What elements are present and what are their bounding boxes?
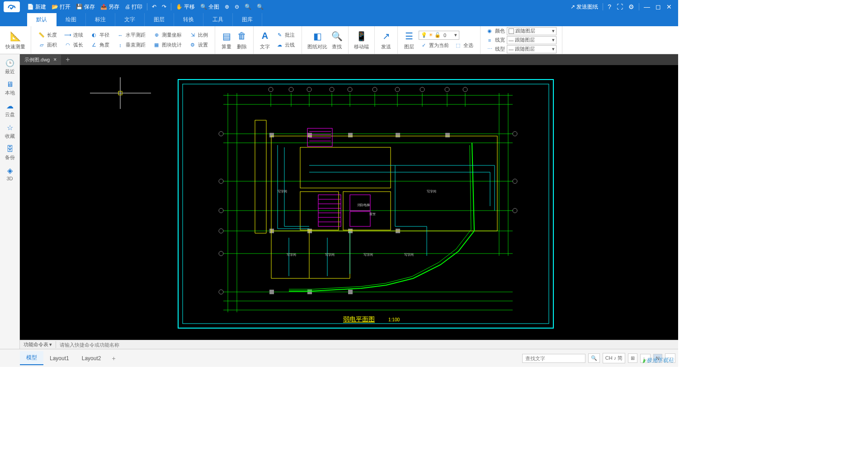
snap-toggle[interactable]: ⊞ bbox=[628, 353, 637, 363]
area-button[interactable]: ▱面积 bbox=[37, 41, 58, 49]
msettings-button[interactable]: ⚙设置 bbox=[188, 41, 209, 49]
clock-icon: 🕒 bbox=[5, 59, 14, 67]
search-go-button[interactable]: 🔍 bbox=[588, 353, 600, 363]
sidebar-cloud[interactable]: ☁云盘 bbox=[0, 99, 19, 121]
text-button[interactable]: A文字 bbox=[257, 29, 273, 51]
ortho-toggle[interactable]: ∟ bbox=[640, 354, 651, 363]
svg-point-34 bbox=[348, 87, 352, 92]
tab-text[interactable]: 文字 bbox=[115, 13, 145, 26]
maximize-button[interactable]: ◻ bbox=[653, 3, 664, 10]
length-button[interactable]: 📏长度 bbox=[37, 31, 58, 39]
backup-icon: 🗄 bbox=[6, 145, 14, 153]
setcurrent-button[interactable]: ✓置为当前 bbox=[419, 42, 450, 50]
coord-button[interactable]: ⊕测量坐标 bbox=[151, 31, 183, 39]
layout-model[interactable]: 模型 bbox=[20, 351, 43, 365]
tab-convert[interactable]: 转换 bbox=[174, 13, 203, 26]
arc-button[interactable]: ◠弧长 bbox=[63, 41, 85, 49]
calc-button[interactable]: ▤算量 bbox=[219, 29, 234, 51]
linetype-combo[interactable]: —跟随图层▾ bbox=[507, 45, 557, 53]
compare-button[interactable]: ◧图纸对比 bbox=[306, 29, 329, 51]
measure-icon: 📐 bbox=[9, 30, 21, 42]
scale-button[interactable]: ⇲比例 bbox=[188, 31, 209, 39]
tab-library[interactable]: 图库 bbox=[233, 13, 262, 26]
layer-button[interactable]: ☰图层 bbox=[401, 29, 417, 51]
file-tab[interactable]: 示例图.dwg× bbox=[20, 55, 61, 65]
undo-button[interactable]: ↶ bbox=[149, 4, 159, 10]
pan-button[interactable]: ✋平移 bbox=[173, 3, 198, 11]
hdist-button[interactable]: ↔水平测距 bbox=[115, 31, 147, 39]
tab-draw[interactable]: 绘图 bbox=[57, 13, 86, 26]
layout-1[interactable]: Layout1 bbox=[43, 352, 75, 364]
new-button[interactable]: 📄新建 bbox=[24, 3, 49, 11]
add-tab-button[interactable]: + bbox=[61, 56, 74, 64]
tab-dim[interactable]: 标注 bbox=[86, 13, 115, 26]
quick-measure-button[interactable]: 📐 快速测量 bbox=[4, 29, 27, 51]
add-layout-button[interactable]: + bbox=[107, 355, 120, 362]
close-button[interactable]: ✕ bbox=[664, 3, 675, 10]
layer-combo[interactable]: 💡☀🔓0▾ bbox=[419, 31, 459, 40]
svg-rect-49 bbox=[269, 133, 274, 137]
zoom-fit-button[interactable]: 🔍全图 bbox=[198, 3, 222, 11]
tab-layer[interactable]: 图层 bbox=[145, 13, 174, 26]
continuous-button[interactable]: ⟶连续 bbox=[63, 31, 85, 39]
star-icon: ☆ bbox=[7, 123, 13, 132]
zoom-in-button[interactable]: ⊕ bbox=[222, 4, 232, 10]
svg-text:写字间: 写字间 bbox=[427, 190, 436, 193]
open-button[interactable]: 📂打开 bbox=[49, 3, 73, 11]
cloud-button[interactable]: ☁云线 bbox=[274, 41, 296, 49]
ime-indicator[interactable]: CH ♪ 简 bbox=[603, 353, 626, 363]
blockstat-button[interactable]: ▦图块统计 bbox=[151, 41, 183, 49]
svg-point-32 bbox=[307, 87, 311, 92]
blockstat-icon: ▦ bbox=[153, 42, 160, 49]
zoom-icon: 🔍 bbox=[200, 4, 207, 10]
command-input[interactable] bbox=[56, 342, 678, 348]
mobile-button[interactable]: 📱移动端 bbox=[352, 29, 371, 51]
help-button[interactable]: ? bbox=[605, 3, 614, 10]
annotate-button[interactable]: ✎批注 bbox=[274, 31, 296, 39]
hdist-icon: ↔ bbox=[117, 32, 124, 39]
svg-point-37 bbox=[420, 87, 425, 92]
selectall-button[interactable]: ⬚全选 bbox=[453, 42, 475, 50]
print-button[interactable]: 🖨打印 bbox=[122, 3, 145, 11]
fullscreen-button[interactable]: ⛶ bbox=[614, 3, 626, 10]
continuous-icon: ⟶ bbox=[64, 32, 71, 39]
close-tab-icon[interactable]: × bbox=[53, 56, 57, 63]
settings-button[interactable]: ⚙ bbox=[626, 3, 637, 10]
tab-default[interactable]: 默认 bbox=[27, 13, 57, 26]
tab-tools[interactable]: 工具 bbox=[203, 13, 233, 26]
vdist-button[interactable]: ↕垂直测距 bbox=[115, 41, 147, 49]
sidebar-recent[interactable]: 🕒最近 bbox=[0, 56, 19, 78]
sidebar-backup[interactable]: 🗄备份 bbox=[0, 142, 19, 164]
send-drawing-button[interactable]: ↗发送图纸 bbox=[568, 3, 601, 11]
color-combo[interactable]: 跟随图层▾ bbox=[507, 27, 557, 35]
sidebar-3d[interactable]: ◈3D bbox=[0, 164, 19, 184]
redo-button[interactable]: ↷ bbox=[159, 4, 169, 10]
osnap-toggle[interactable]: N bbox=[653, 354, 662, 363]
saveas-button[interactable]: 📤另存 bbox=[98, 3, 122, 11]
lineweight-combo[interactable]: —跟随图层▾ bbox=[507, 36, 557, 44]
svg-rect-52 bbox=[396, 133, 400, 137]
zoom-out-button[interactable]: ⊖ bbox=[232, 4, 242, 10]
cmd-label[interactable]: 功能命令表 ▾ bbox=[20, 341, 56, 348]
send-button[interactable]: ↗发送 bbox=[378, 29, 394, 51]
save-button[interactable]: 💾保存 bbox=[73, 3, 98, 11]
sidebar-local[interactable]: 🖥本地 bbox=[0, 78, 19, 99]
search-icon: 🔍 bbox=[331, 30, 343, 42]
zoom-prev-button[interactable]: 🔍 bbox=[254, 4, 266, 10]
drawing-canvas[interactable]: 写字间 写字间 写字间 写字间 写字间 写字间 前室 消防电梯 弱电平面图 1:… bbox=[20, 65, 678, 340]
sidebar-favorites[interactable]: ☆收藏 bbox=[0, 121, 19, 142]
radius-button[interactable]: ◐半径 bbox=[89, 31, 111, 39]
scale-icon: ⇲ bbox=[189, 32, 196, 39]
minimize-button[interactable]: — bbox=[641, 3, 653, 10]
more-status[interactable]: ⋯ bbox=[665, 353, 675, 363]
text-search-input[interactable] bbox=[522, 354, 585, 363]
find-button[interactable]: 🔍查找 bbox=[329, 29, 344, 51]
layout-2[interactable]: Layout2 bbox=[75, 352, 108, 364]
zoom-prev-icon: 🔍 bbox=[257, 4, 264, 10]
zoom-window-button[interactable]: 🔍 bbox=[242, 4, 254, 10]
status-bar: 模型 Layout1 Layout2 + 🔍 CH ♪ 简 ⊞ ∟ N ⋯ bbox=[0, 349, 678, 367]
svg-point-39 bbox=[463, 87, 467, 92]
delete-button[interactable]: 🗑删除 bbox=[234, 29, 250, 51]
svg-rect-77 bbox=[350, 212, 370, 226]
angle-button[interactable]: ∠角度 bbox=[89, 41, 111, 49]
